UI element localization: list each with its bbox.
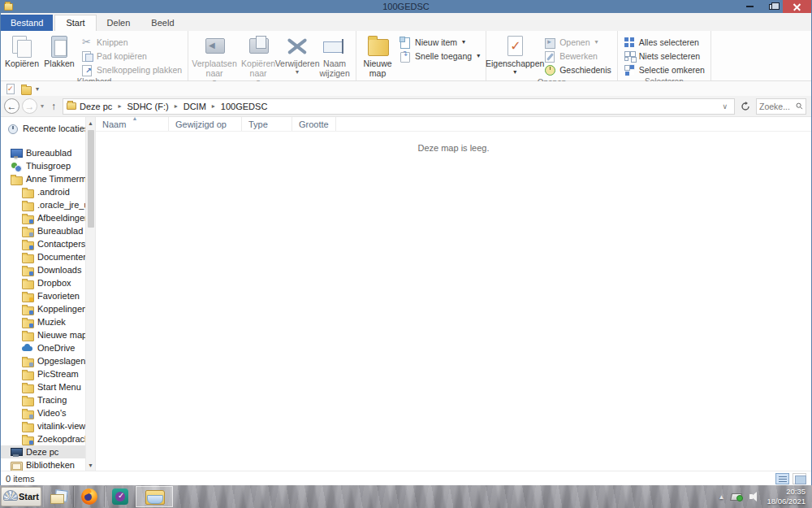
clock[interactable]: 20:35 18/06/2021 bbox=[767, 487, 806, 506]
sidebar-item[interactable]: Nieuwe map bbox=[1, 328, 85, 341]
sidebar-item[interactable]: Downloads bbox=[1, 263, 85, 276]
easy-access-button[interactable]: Snelle toegang bbox=[396, 49, 483, 63]
breadcrumb-item[interactable]: ▸Deze pc bbox=[78, 100, 114, 113]
qat-properties-icon[interactable] bbox=[5, 84, 15, 94]
breadcrumb-item[interactable]: ▸100GEDSC bbox=[208, 100, 270, 113]
qat-dropdown-icon[interactable]: ▾ bbox=[36, 85, 39, 93]
properties-button[interactable]: Eigenschappen bbox=[489, 33, 541, 77]
sidebar-item[interactable]: Start Menu bbox=[1, 380, 85, 393]
ribbon-group-organiseren: Verplaatsen naar Kopiëren naar Verwijder… bbox=[188, 31, 356, 80]
sidebar-item[interactable]: OneDrive bbox=[1, 341, 85, 354]
address-dropdown-icon[interactable]: ∨ bbox=[715, 102, 734, 111]
ribbon-group-nieuw: Nieuwe map Nieuw item Snelle toegang Nie… bbox=[356, 31, 486, 80]
ribbon-tab[interactable]: Delen bbox=[97, 15, 141, 31]
copy-button[interactable]: Kopiëren bbox=[3, 33, 41, 70]
back-button[interactable]: ← bbox=[4, 98, 19, 114]
scroll-down-icon[interactable]: ▾ bbox=[89, 459, 92, 471]
sidebar-item[interactable]: .oracle_jre_usage bbox=[1, 198, 85, 211]
scroll-up-icon[interactable]: ▴ bbox=[89, 117, 92, 128]
taskbar-explorer-button[interactable] bbox=[136, 486, 173, 507]
sidebar-item[interactable]: PicStream bbox=[1, 367, 85, 380]
breadcrumb-item[interactable]: ▸SDHC (F:) bbox=[114, 100, 170, 113]
network-icon[interactable] bbox=[731, 492, 743, 501]
close-button[interactable] bbox=[783, 0, 811, 13]
taskbar-antivirus-button[interactable] bbox=[105, 486, 136, 507]
edit-button[interactable]: Bewerken bbox=[541, 49, 615, 63]
copy-path-button[interactable]: Pad kopiëren bbox=[78, 49, 185, 63]
sidebar-item-icon bbox=[22, 265, 33, 276]
delete-button[interactable]: Verwijderen bbox=[279, 33, 316, 77]
sidebar-item[interactable]: Bureaublad bbox=[1, 224, 85, 237]
volume-icon[interactable] bbox=[749, 492, 760, 501]
sidebar-item[interactable]: Afbeeldingen bbox=[1, 211, 85, 224]
history-dropdown-icon[interactable]: ▾ bbox=[40, 102, 45, 110]
details-view-button[interactable] bbox=[775, 473, 789, 484]
address-bar[interactable]: ▸Deze pc▸SDHC (F:)▸DCIM▸100GEDSC ∨ bbox=[63, 98, 735, 115]
new-folder-button[interactable]: Nieuwe map bbox=[359, 33, 396, 80]
sidebar-item[interactable]: Recente locaties bbox=[1, 122, 85, 135]
ribbon-group-openen: Eigenschappen Openen Bewerken Geschieden… bbox=[486, 31, 618, 80]
column-header[interactable]: ▲Grootte bbox=[292, 117, 336, 131]
large-icons-view-button[interactable] bbox=[793, 473, 806, 484]
rename-button[interactable]: Naam wijzigen bbox=[316, 33, 353, 80]
select-none-button[interactable]: Niets selecteren bbox=[620, 49, 708, 63]
minimize-button[interactable] bbox=[739, 0, 761, 13]
invert-selection-button[interactable]: Selectie omkeren bbox=[620, 63, 708, 76]
sidebar-item-icon bbox=[22, 356, 33, 367]
move-to-button[interactable]: Verplaatsen naar bbox=[191, 33, 238, 87]
ribbon-tab[interactable]: Start bbox=[54, 15, 96, 31]
select-all-button[interactable]: Alles selecteren bbox=[620, 35, 708, 49]
hidden-icons-button[interactable]: ▲ bbox=[719, 493, 725, 501]
refresh-button[interactable] bbox=[737, 98, 754, 115]
sidebar-item[interactable]: Documenten bbox=[1, 250, 85, 263]
search-input[interactable] bbox=[759, 102, 794, 111]
copy-to-button[interactable]: Kopiëren naar bbox=[238, 33, 279, 87]
paste-button[interactable]: Plakken bbox=[41, 33, 78, 70]
ribbon-tabstrip: BestandStartDelenBeeld bbox=[1, 13, 811, 31]
ribbon-tab[interactable]: Bestand bbox=[1, 15, 53, 31]
sidebar-item[interactable]: Bibliotheken bbox=[1, 458, 85, 471]
sidebar-item[interactable]: Favorieten bbox=[1, 289, 85, 302]
cut-button[interactable]: Knippen bbox=[78, 35, 185, 49]
qat-new-folder-icon[interactable] bbox=[20, 84, 31, 94]
up-button[interactable]: ↑ bbox=[47, 101, 60, 112]
paste-shortcut-button[interactable]: Snelkoppeling plakken bbox=[78, 63, 185, 76]
sidebar-item[interactable]: Zoekopdrachten bbox=[1, 432, 85, 445]
column-header[interactable]: ▲Naam bbox=[96, 117, 169, 131]
sidebar-item[interactable]: Video's bbox=[1, 406, 85, 419]
search-box bbox=[756, 98, 806, 115]
ribbon-tab[interactable]: Beeld bbox=[140, 15, 184, 31]
taskbar-mail-button[interactable] bbox=[43, 486, 74, 507]
restore-button[interactable] bbox=[761, 0, 783, 13]
sidebar-scrollbar[interactable]: ▴ ▾ bbox=[85, 117, 95, 471]
file-explorer-icon bbox=[145, 490, 163, 504]
copy-path-icon bbox=[81, 50, 93, 62]
sidebar-item[interactable]: Dropbox bbox=[1, 276, 85, 289]
taskbar-firefox-button[interactable] bbox=[74, 486, 105, 507]
column-header[interactable]: ▲Gewijzigd op bbox=[169, 117, 242, 131]
breadcrumb-separator-icon: ▸ bbox=[171, 102, 182, 110]
start-button[interactable]: Start bbox=[1, 487, 41, 506]
sidebar-item[interactable]: Bureaublad bbox=[1, 146, 85, 159]
sidebar-item[interactable]: vitalink-viewer bbox=[1, 419, 85, 432]
sidebar-item-label: Dropbox bbox=[37, 278, 71, 288]
history-icon bbox=[544, 64, 556, 76]
scrollbar-thumb[interactable] bbox=[88, 130, 94, 228]
sidebar-item[interactable]: Opgeslagen spellen bbox=[1, 354, 85, 367]
breadcrumb-item[interactable]: ▸DCIM bbox=[171, 100, 208, 113]
sidebar-item[interactable]: Anne Timmerman bbox=[1, 172, 85, 185]
firefox-icon bbox=[81, 488, 97, 505]
sidebar-item[interactable]: Muziek bbox=[1, 315, 85, 328]
history-button[interactable]: Geschiedenis bbox=[541, 63, 615, 76]
open-button[interactable]: Openen bbox=[541, 35, 615, 49]
sidebar-item[interactable]: Deze pc bbox=[1, 445, 85, 458]
sidebar-item[interactable]: .android bbox=[1, 185, 85, 198]
sidebar-item[interactable]: Koppelingen bbox=[1, 302, 85, 315]
sidebar-item-icon bbox=[22, 239, 33, 250]
new-item-button[interactable]: Nieuw item bbox=[396, 35, 483, 49]
sidebar-item[interactable]: Tracing bbox=[1, 393, 85, 406]
forward-button[interactable]: → bbox=[22, 98, 37, 114]
sidebar-item[interactable]: Contactpersonen bbox=[1, 237, 85, 250]
sidebar-item[interactable]: Thuisgroep bbox=[1, 159, 85, 172]
column-header[interactable]: ▲Type bbox=[242, 117, 292, 131]
